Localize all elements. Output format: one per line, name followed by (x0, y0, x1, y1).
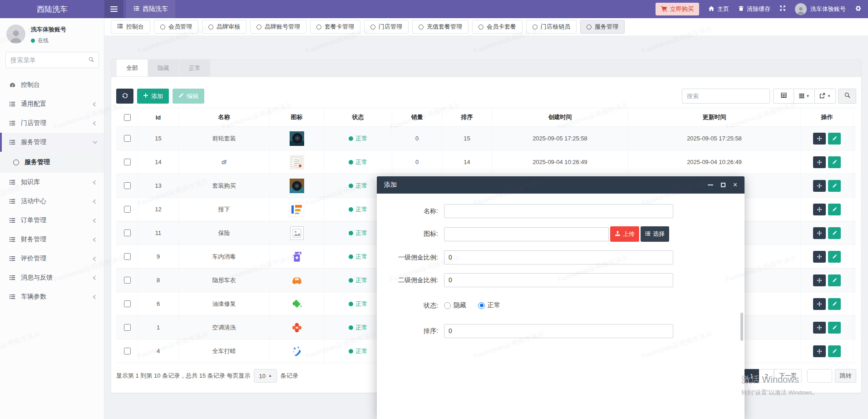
row-move-button[interactable] (813, 251, 826, 263)
clear-cache-link[interactable]: 清除缓存 (738, 5, 770, 13)
sidebar-item-财务管理[interactable]: 财务管理 (0, 230, 104, 249)
search-submit-button[interactable] (838, 89, 856, 104)
choose-button[interactable]: 选择 (641, 226, 669, 242)
row-checkbox[interactable] (124, 277, 131, 284)
sidebar-item-订单管理[interactable]: 订单管理 (0, 211, 104, 230)
row-edit-button[interactable] (828, 204, 841, 215)
dialog-scrollbar[interactable] (740, 313, 743, 341)
nav-tab-套餐卡管理[interactable]: 套餐卡管理 (310, 20, 360, 34)
sidebar-item-活动中心[interactable]: 活动中心 (0, 192, 104, 211)
row-checkbox[interactable] (124, 182, 131, 189)
icon-input[interactable] (444, 227, 609, 241)
toggle-view-button[interactable] (773, 89, 794, 104)
row-move-button[interactable] (813, 298, 826, 310)
row-checkbox-cell[interactable] (116, 339, 138, 363)
row-checkbox[interactable] (124, 229, 131, 236)
row-checkbox-cell[interactable] (116, 150, 138, 174)
nav-tab-门店管理[interactable]: 门店管理 (364, 20, 409, 34)
row-edit-button[interactable] (828, 133, 841, 145)
fullscreen-button[interactable] (779, 5, 786, 13)
edit-button[interactable]: 编辑 (173, 89, 204, 104)
row-edit-button[interactable] (828, 322, 841, 334)
name-input[interactable] (444, 204, 673, 218)
sidebar-item-车辆参数[interactable]: 车辆参数 (0, 287, 104, 306)
row-checkbox-cell[interactable] (116, 316, 138, 339)
table-search-input[interactable] (682, 89, 770, 104)
minimize-icon[interactable] (708, 185, 713, 185)
home-link[interactable]: 主页 (708, 5, 729, 13)
row-checkbox[interactable] (124, 159, 131, 165)
row-actions[interactable] (801, 316, 853, 339)
sort-input[interactable] (444, 324, 673, 338)
row-checkbox-cell[interactable] (116, 245, 138, 268)
row-actions[interactable] (801, 269, 853, 292)
status-radio-normal[interactable]: 正常 (478, 301, 500, 309)
settings-gear-button[interactable] (855, 5, 862, 14)
select-all-checkbox[interactable] (124, 114, 131, 121)
user-menu[interactable]: 洗车体验账号 (795, 3, 846, 15)
row-edit-button[interactable] (828, 227, 841, 239)
sidebar-toggle-button[interactable] (104, 0, 123, 18)
menu-search-input[interactable] (5, 52, 99, 68)
row-checkbox[interactable] (124, 253, 131, 260)
nav-tab-充值套餐管理[interactable]: 充值套餐管理 (412, 20, 469, 34)
sidebar-item-消息与反馈[interactable]: 消息与反馈 (0, 268, 104, 287)
columns-button[interactable]: ▼ (794, 89, 815, 104)
filter-tab-全部[interactable]: 全部 (117, 60, 148, 76)
row-actions[interactable] (801, 221, 853, 244)
row-checkbox-cell[interactable] (116, 221, 138, 244)
row-actions[interactable] (801, 292, 853, 315)
nav-tab-品牌账号管理[interactable]: 品牌账号管理 (250, 20, 306, 34)
nav-tab-会员卡套餐[interactable]: 会员卡套餐 (472, 20, 523, 34)
row-edit-button[interactable] (828, 251, 841, 263)
row-edit-button[interactable] (828, 156, 841, 168)
page-button-1[interactable]: 1 (744, 369, 759, 383)
nav-tab-服务管理[interactable]: 服务管理 (580, 20, 625, 34)
sidebar-item-知识库[interactable]: 知识库 (0, 173, 104, 192)
topbar-active-tab[interactable]: 西陆洗车 (126, 0, 175, 18)
page-jump-input[interactable] (807, 369, 832, 383)
row-actions[interactable] (801, 174, 853, 197)
row-checkbox-cell[interactable] (116, 174, 138, 197)
sidebar-item-服务管理[interactable]: 服务管理 (0, 152, 104, 173)
commission2-input[interactable] (444, 273, 673, 287)
maximize-icon[interactable] (721, 183, 725, 187)
row-move-button[interactable] (813, 274, 826, 286)
page-button-2[interactable]: 2 (759, 369, 774, 383)
row-checkbox[interactable] (124, 324, 131, 331)
close-icon[interactable]: × (733, 181, 737, 189)
row-move-button[interactable] (813, 133, 826, 145)
row-move-button[interactable] (813, 345, 826, 357)
status-radio-hidden[interactable]: 隐藏 (444, 301, 466, 309)
row-edit-button[interactable] (828, 345, 841, 357)
row-move-button[interactable] (813, 204, 826, 215)
row-checkbox[interactable] (124, 300, 131, 307)
row-edit-button[interactable] (828, 298, 841, 310)
upload-button[interactable]: 上传 (610, 226, 639, 242)
nav-tab-会员管理[interactable]: 会员管理 (154, 20, 198, 34)
commission1-input[interactable] (444, 250, 673, 264)
nav-tab-控制台[interactable]: 控制台 (111, 20, 150, 34)
row-edit-button[interactable] (828, 274, 841, 286)
refresh-button[interactable] (116, 89, 133, 104)
sidebar-item-评价管理[interactable]: 评价管理 (0, 249, 104, 268)
row-move-button[interactable] (813, 156, 826, 168)
row-actions[interactable] (801, 339, 853, 363)
row-actions[interactable] (801, 127, 853, 150)
buy-now-button[interactable]: 立即购买 (656, 3, 699, 15)
dialog-titlebar[interactable]: 添加 × (377, 176, 745, 194)
row-move-button[interactable] (813, 227, 826, 239)
sidebar-item-通用配置[interactable]: 通用配置 (0, 95, 104, 114)
row-checkbox[interactable] (124, 135, 131, 142)
row-checkbox-cell[interactable] (116, 198, 138, 221)
row-move-button[interactable] (813, 322, 826, 334)
row-move-button[interactable] (813, 180, 826, 192)
export-button[interactable]: ▼ (815, 89, 836, 104)
nav-tab-门店核销员[interactable]: 门店核销员 (526, 20, 577, 34)
add-button[interactable]: 添加 (137, 89, 169, 104)
filter-tab-隐藏[interactable]: 隐藏 (148, 60, 179, 76)
next-page-button[interactable]: 下一页 (774, 369, 802, 383)
sidebar-item-门店管理[interactable]: 门店管理 (0, 114, 104, 133)
sidebar-item-服务管理[interactable]: 服务管理 (0, 133, 104, 152)
row-checkbox[interactable] (124, 206, 131, 213)
